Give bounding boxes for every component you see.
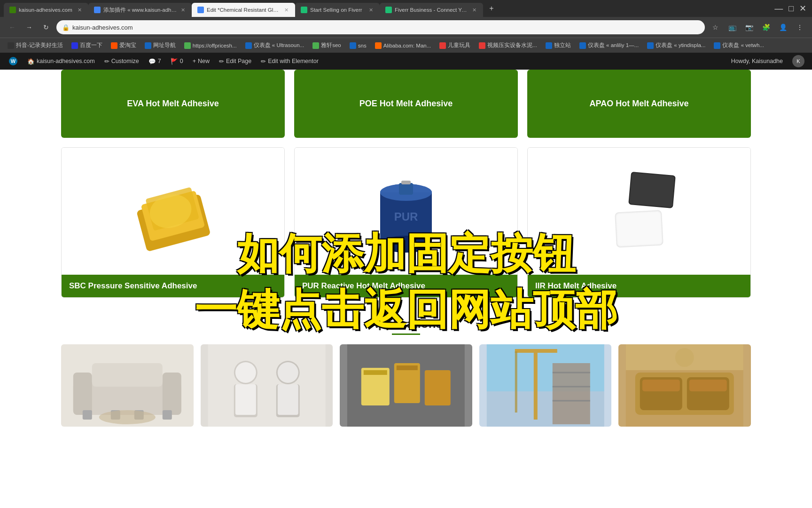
svg-rect-45 (515, 349, 557, 353)
wp-updates-item[interactable]: 🚩 0 (166, 53, 188, 70)
svg-rect-23 (163, 410, 172, 420)
wp-customize-item[interactable]: ✏ Customize (100, 53, 144, 70)
tab-fiverr1[interactable]: Start Selling on Fiverr ✕ (295, 3, 380, 17)
wp-site-name: kaisun-adhesives.com (37, 58, 95, 64)
app-card-sofa[interactable] (61, 344, 194, 427)
tab-title-4: Start Selling on Fiverr (310, 7, 365, 13)
svg-rect-56 (689, 380, 727, 391)
bookmark-label-nav: 网址导航 (153, 42, 176, 49)
app-card-food[interactable] (340, 344, 472, 427)
applications-grid (61, 344, 751, 427)
tab-title-2: 添加插件 « www.kaisun-adhesi... (103, 7, 177, 14)
bookmark-standalone[interactable]: 独立站 (542, 40, 575, 50)
svg-point-26 (99, 410, 156, 424)
svg-rect-41 (397, 365, 418, 370)
svg-rect-55 (642, 380, 680, 391)
tab-close-5[interactable]: ✕ (471, 6, 477, 14)
industrial-image (201, 344, 333, 427)
bookmark-douyin[interactable]: 抖音-记录美好生活 (4, 40, 67, 50)
screenshot-button[interactable]: 📷 (742, 21, 756, 34)
tab-favicon-5 (385, 7, 392, 13)
bookmark-sns[interactable]: sns (346, 41, 370, 50)
wp-new-label: New (198, 58, 210, 64)
back-button[interactable]: ← (6, 21, 19, 34)
maximize-button[interactable]: □ (787, 2, 796, 16)
wp-customize-icon: ✏ (104, 58, 109, 65)
bookmark-nav[interactable]: 网址导航 (141, 40, 180, 50)
cast-button[interactable]: 📺 (726, 21, 739, 34)
product-card-sbc[interactable]: SBC Pressure Sensitive Adhesive (61, 147, 285, 298)
menu-button[interactable]: ⋮ (793, 21, 806, 34)
product-card-pur[interactable]: PUR PUR Reactive Hot Melt Adhesive (294, 147, 518, 298)
wp-edit-page-label: Edit Page (226, 58, 251, 64)
svg-text:PUR: PUR (394, 210, 418, 223)
app-card-car[interactable] (618, 344, 751, 427)
wp-comments-count: 7 (158, 58, 161, 64)
tab-favicon-1 (9, 7, 16, 13)
wp-user-avatar[interactable]: K (789, 53, 808, 70)
bookmark-label-video: 视频压实设备水泥... (487, 42, 537, 49)
close-window-button[interactable]: ✕ (797, 1, 808, 16)
address-input[interactable]: 🔒 kaisun-adhesives.com (56, 20, 705, 34)
tab-fiverr2[interactable]: Fiverr Business - Connect You... ✕ (380, 3, 483, 17)
wp-comments-item[interactable]: 💬 7 (144, 53, 166, 70)
sofa-image (61, 344, 194, 427)
product-card-iir[interactable]: IIR Hot Melt Adhesive (527, 147, 751, 298)
svg-rect-14 (629, 173, 674, 207)
tab-edit-active[interactable]: Edit *Chemical Resistant Glov... ✕ (192, 3, 295, 17)
bookmark-vetwh[interactable]: 仪表盘 « vetwh... (710, 40, 767, 50)
wp-logo-item[interactable]: W (4, 53, 23, 70)
reload-button[interactable]: ↻ (39, 21, 53, 34)
product-card-eva[interactable]: EVA Hot Melt Adhesive (61, 70, 285, 138)
bookmark-label-standalone: 独立站 (554, 42, 571, 49)
forward-button[interactable]: → (23, 21, 36, 34)
bookmark-baidu[interactable]: 百度一下 (68, 40, 106, 50)
product-card-apao[interactable]: APAO Hot Melt Adhesive (527, 70, 751, 138)
svg-rect-39 (425, 370, 451, 405)
bookmark-taobao[interactable]: 爱淘宝 (107, 40, 140, 50)
bookmark-ytindis[interactable]: 仪表盘 « ytindispla... (643, 40, 709, 50)
wp-site-name-item[interactable]: 🏠 kaisun-adhesives.com (23, 53, 100, 70)
wordpress-logo-icon: W (8, 56, 18, 66)
bookmark-star-button[interactable]: ☆ (709, 21, 722, 34)
product-card-poe[interactable]: POE Hot Melt Adhesive (294, 70, 518, 138)
tab-kaisun[interactable]: kaisun-adhesives.com ✕ (4, 3, 88, 17)
bookmark-label-anliliy: 仪表盘 « anliliy 1—... (588, 42, 639, 49)
app-card-industrial[interactable] (201, 344, 333, 427)
new-tab-button[interactable]: + (485, 2, 498, 15)
bookmark-offprice[interactable]: https://offpricesh... (180, 41, 241, 50)
wp-elementor-item[interactable]: ✏ Edit with Elementor (256, 53, 323, 70)
app-card-construction[interactable] (479, 344, 612, 427)
profile-button[interactable]: 👤 (776, 21, 789, 34)
bookmark-video[interactable]: 视频压实设备水泥... (475, 40, 541, 50)
product-label-iir: IIR Hot Melt Adhesive (535, 281, 617, 290)
bookmark-alibaba[interactable]: Alibaba.com: Man... (371, 41, 435, 50)
products-grid: SBC Pressure Sensitive Adhesive PUR PUR … (0, 147, 812, 298)
tab-close-3[interactable]: ✕ (283, 6, 289, 14)
wp-comments-icon: 💬 (148, 58, 156, 65)
svg-rect-19 (73, 373, 92, 415)
wp-edit-page-item[interactable]: ✏ Edit Page (214, 53, 256, 70)
bookmark-anliliy[interactable]: 仪表盘 « anliliy 1—... (576, 40, 642, 50)
tab-close-1[interactable]: ✕ (77, 6, 83, 14)
bookmark-label-sns: sns (358, 43, 367, 48)
svg-rect-11 (401, 181, 411, 184)
product-label-iir-bg: IIR Hot Melt Adhesive (528, 275, 750, 297)
extensions-button[interactable]: 🧩 (759, 21, 773, 34)
bookmark-label-ultrasound: 仪表盘 « Ultrasoun... (254, 42, 304, 49)
minimize-button[interactable]: — (773, 2, 785, 16)
address-bar-row: ← → ↻ 🔒 kaisun-adhesives.com ☆ 📺 📷 🧩 👤 ⋮ (0, 17, 812, 38)
construction-image (479, 344, 612, 427)
bookmark-toys[interactable]: 儿童玩具 (436, 40, 474, 50)
wp-elementor-label: Edit with Elementor (268, 58, 319, 64)
bookmark-seo[interactable]: 雅轩seo (309, 40, 345, 50)
tab-plugin[interactable]: 添加插件 « www.kaisun-adhesi... ✕ (88, 3, 192, 17)
bookmarks-bar: 抖音-记录美好生活 百度一下 爱淘宝 网址导航 https://offprice… (0, 38, 812, 53)
tab-close-2[interactable]: ✕ (180, 6, 186, 14)
svg-text:W: W (11, 58, 16, 64)
product-label-pur-bg: PUR Reactive Hot Melt Adhesive (295, 275, 517, 297)
product-label-sbc: SBC Pressure Sensitive Adhesive (69, 281, 197, 290)
bookmark-ultrasound[interactable]: 仪表盘 « Ultrasoun... (242, 40, 308, 50)
wp-new-item[interactable]: + New (188, 53, 214, 70)
tab-close-4[interactable]: ✕ (368, 6, 374, 14)
